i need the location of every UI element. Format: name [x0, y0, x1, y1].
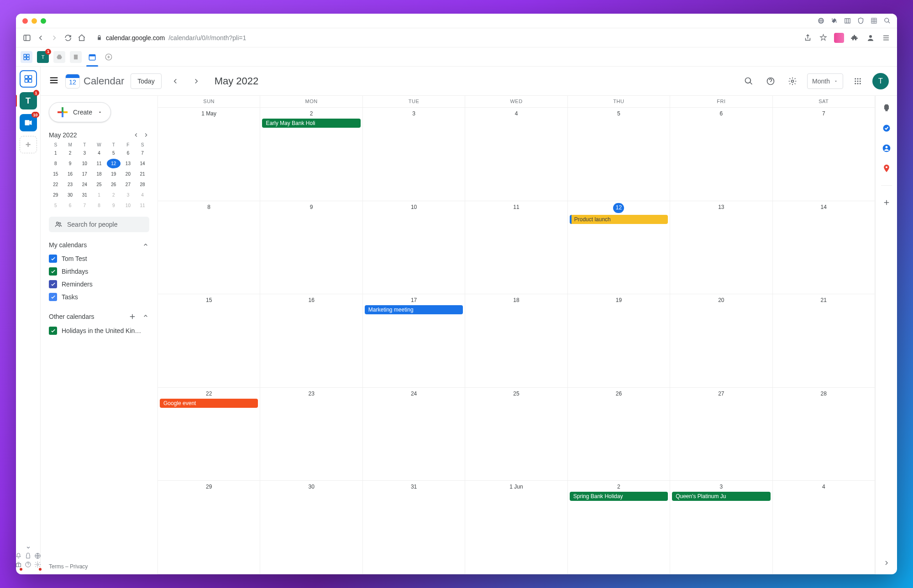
- main-menu-button[interactable]: [49, 75, 59, 87]
- day-cell[interactable]: 21: [773, 294, 875, 388]
- calendar-checkbox[interactable]: [49, 293, 57, 301]
- calendar-logo[interactable]: 12 Calendar: [65, 74, 124, 88]
- minical-day[interactable]: 17: [78, 169, 91, 179]
- day-cell[interactable]: 24: [363, 388, 465, 481]
- close-window[interactable]: [22, 18, 28, 24]
- other-calendars-toggle[interactable]: Other calendars: [49, 312, 149, 321]
- vsb-add[interactable]: +: [20, 136, 37, 153]
- prev-month-button[interactable]: [168, 74, 183, 88]
- gift-icon[interactable]: [16, 561, 22, 568]
- keep-icon[interactable]: [882, 103, 892, 113]
- search-button[interactable]: [741, 74, 756, 88]
- vsb-profile-t[interactable]: T1: [20, 92, 37, 109]
- calendar-item[interactable]: Tom Test: [49, 252, 149, 265]
- minical-day[interactable]: 14: [136, 159, 149, 168]
- calendar-event[interactable]: Google event: [160, 399, 258, 408]
- columns-icon[interactable]: [844, 17, 851, 24]
- minical-day[interactable]: 27: [121, 180, 135, 189]
- my-calendars-toggle[interactable]: My calendars: [49, 241, 149, 249]
- tab-t[interactable]: T1: [37, 51, 49, 63]
- day-cell[interactable]: 18: [465, 294, 567, 388]
- help-small-icon[interactable]: [25, 561, 31, 568]
- day-cell[interactable]: 6: [670, 108, 772, 201]
- minical-day[interactable]: 1: [49, 148, 63, 158]
- minical-day[interactable]: 3: [121, 190, 135, 200]
- minical-day[interactable]: 4: [136, 190, 149, 200]
- minical-day[interactable]: 7: [136, 148, 149, 158]
- day-cell[interactable]: 17Marketing meeting: [363, 294, 465, 388]
- bell-icon[interactable]: [16, 552, 22, 559]
- calendar-event[interactable]: Queen's Platinum Ju: [672, 492, 770, 501]
- add-calendar-icon[interactable]: [128, 312, 136, 321]
- minical-day[interactable]: 10: [78, 159, 91, 168]
- privacy-link[interactable]: Privacy: [70, 563, 88, 570]
- help-button[interactable]: [763, 74, 778, 88]
- minical-day[interactable]: 6: [63, 201, 77, 210]
- grid-icon[interactable]: [871, 17, 877, 24]
- share-icon[interactable]: [803, 33, 812, 42]
- day-cell[interactable]: 1 Jun: [465, 481, 567, 574]
- minical-day[interactable]: 1: [92, 190, 106, 200]
- minical-day[interactable]: 28: [136, 180, 149, 189]
- minical-day[interactable]: 25: [92, 180, 106, 189]
- minical-day[interactable]: 29: [49, 190, 63, 200]
- day-cell[interactable]: 20: [670, 294, 772, 388]
- day-cell[interactable]: 8: [158, 201, 260, 295]
- minical-day[interactable]: 5: [49, 201, 63, 210]
- minical-day[interactable]: 13: [121, 159, 135, 168]
- account-avatar[interactable]: T: [872, 73, 889, 89]
- tab-add[interactable]: [103, 51, 115, 63]
- apps-grid-button[interactable]: [850, 74, 865, 88]
- day-cell[interactable]: 10: [363, 201, 465, 295]
- minical-day[interactable]: 2: [107, 190, 121, 200]
- contacts-icon[interactable]: [882, 143, 892, 153]
- day-cell[interactable]: 3: [363, 108, 465, 201]
- vsb-outlook[interactable]: 10: [20, 114, 37, 131]
- day-cell[interactable]: 2Spring Bank Holiday: [568, 481, 670, 574]
- minical-day[interactable]: 12: [107, 159, 121, 168]
- minical-day[interactable]: 11: [136, 201, 149, 210]
- minimize-window[interactable]: [31, 18, 37, 24]
- search-people[interactable]: Search for people: [49, 217, 149, 232]
- minical-day[interactable]: 31: [78, 190, 91, 200]
- tab-doc[interactable]: [70, 51, 82, 63]
- profile-icon[interactable]: [866, 33, 875, 42]
- minical-day[interactable]: 9: [63, 159, 77, 168]
- tab-calendar-active[interactable]: [86, 51, 98, 63]
- calendar-item[interactable]: Holidays in the United Kin…: [49, 324, 149, 337]
- day-cell[interactable]: 7: [773, 108, 875, 201]
- minical-day[interactable]: 5: [107, 148, 121, 158]
- back-button[interactable]: [36, 33, 45, 42]
- menu-icon[interactable]: [882, 33, 891, 42]
- gear-small-icon[interactable]: [34, 561, 41, 568]
- add-addon-icon[interactable]: [882, 198, 892, 208]
- vsb-home[interactable]: [20, 70, 37, 88]
- day-cell[interactable]: 2Early May Bank Holi: [260, 108, 362, 201]
- home-button[interactable]: [77, 33, 86, 42]
- globe-icon[interactable]: [818, 17, 824, 24]
- chevron-down-icon[interactable]: [25, 544, 31, 551]
- tab-drive[interactable]: [53, 51, 65, 63]
- tasks-icon[interactable]: [882, 123, 892, 133]
- terms-link[interactable]: Terms: [49, 563, 64, 570]
- globe-small-icon[interactable]: [34, 552, 41, 559]
- minical-day[interactable]: 26: [107, 180, 121, 189]
- day-cell[interactable]: 15: [158, 294, 260, 388]
- calendar-checkbox[interactable]: [49, 280, 57, 288]
- maps-icon[interactable]: [882, 163, 892, 173]
- calendar-event[interactable]: Early May Bank Holi: [262, 119, 360, 128]
- minical-day[interactable]: 16: [63, 169, 77, 179]
- minical-day[interactable]: 2: [63, 148, 77, 158]
- calendar-checkbox[interactable]: [49, 327, 57, 335]
- minical-day[interactable]: 10: [121, 201, 135, 210]
- day-cell[interactable]: 3Queen's Platinum Ju: [670, 481, 772, 574]
- day-cell[interactable]: 5: [568, 108, 670, 201]
- expand-rail-icon[interactable]: [882, 558, 892, 568]
- calendar-event[interactable]: Spring Bank Holiday: [570, 492, 668, 501]
- day-cell[interactable]: 13: [670, 201, 772, 295]
- day-cell[interactable]: 4: [773, 481, 875, 574]
- reload-button[interactable]: [63, 33, 73, 42]
- calendar-checkbox[interactable]: [49, 267, 57, 276]
- address-bar[interactable]: calendar.google.com/calendar/u/0/r/month…: [91, 34, 798, 42]
- next-month-button[interactable]: [189, 74, 204, 88]
